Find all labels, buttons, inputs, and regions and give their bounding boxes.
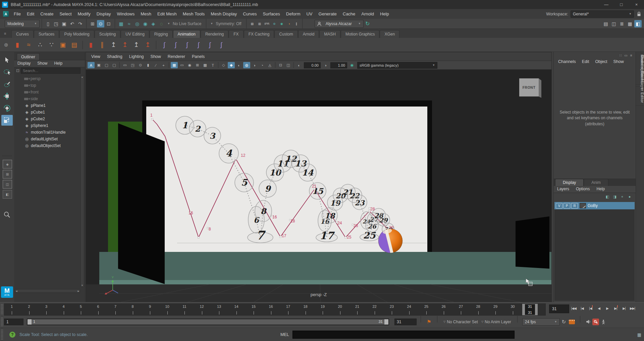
pole-vector-icon[interactable]: ∫ xyxy=(216,40,226,50)
outliner-item[interactable]: motionTrail1Handle xyxy=(14,129,80,136)
outliner-item[interactable]: defaultObjectSet xyxy=(14,142,80,149)
viewport-scene[interactable]: 1234567891011121314151617181920212223242… xyxy=(86,70,551,302)
shelf-tab[interactable]: Rendering xyxy=(201,30,228,38)
sep[interactable] xyxy=(83,41,83,49)
snap-center-icon[interactable]: ◉ xyxy=(142,20,149,27)
menu-item[interactable]: Modify xyxy=(75,11,94,16)
make-live-icon[interactable]: ◌ xyxy=(158,20,165,27)
layer-editor-tab[interactable]: Anim xyxy=(584,179,608,186)
shelf-tab[interactable]: UV Editing xyxy=(121,30,149,38)
sep[interactable] xyxy=(119,62,120,68)
shelf-tab[interactable]: XGen xyxy=(380,30,399,38)
snap-point-icon[interactable]: ◎ xyxy=(133,20,141,27)
menu-item[interactable]: Mesh Display xyxy=(208,11,240,16)
exposure-icon[interactable]: ◐ xyxy=(296,62,303,68)
menu-item[interactable]: Edit xyxy=(24,11,37,16)
aim-constraint-icon[interactable]: ∫ xyxy=(205,40,215,50)
viewport-menu-item[interactable]: Shading xyxy=(104,54,126,59)
menu-item[interactable]: Help xyxy=(377,11,392,16)
trail-keyframe-marker[interactable] xyxy=(345,237,346,238)
toggle-attribute-editor-icon[interactable]: ≣ xyxy=(618,20,626,27)
maya-home-icon[interactable]: A xyxy=(3,11,9,17)
outliner-item[interactable]: front xyxy=(14,89,80,95)
menu-item[interactable]: Arnold xyxy=(358,11,377,16)
breakdown-key-icon[interactable]: ▮ xyxy=(86,40,96,50)
playback-loop-icon[interactable]: ↻ xyxy=(560,319,568,325)
viewport-menu-item[interactable]: View xyxy=(88,54,104,59)
menu-item[interactable]: Windows xyxy=(114,11,138,16)
trail-keyframe-marker[interactable] xyxy=(152,119,153,120)
maximize-button[interactable]: □ xyxy=(614,0,629,9)
set-key-icon[interactable]: ▮ xyxy=(12,40,22,50)
step-forward-key-button[interactable]: ▶| xyxy=(611,304,620,313)
menu-item[interactable]: Mesh Tools xyxy=(180,11,208,16)
close-button[interactable]: × xyxy=(629,0,644,9)
outliner-menu-item[interactable]: Display xyxy=(14,60,34,67)
toggle-tool-settings-icon[interactable]: ▦ xyxy=(626,20,634,27)
viewport-menu-item[interactable]: Lighting xyxy=(126,54,147,59)
select-component-icon[interactable]: ⊡ xyxy=(105,20,112,27)
display-layer-row[interactable]: VPR GoBy xyxy=(554,202,635,209)
shelf-tab[interactable]: Motion Graphics xyxy=(341,30,379,38)
menu-item[interactable]: File xyxy=(11,11,24,16)
menu-set-dropdown[interactable]: Modeling▼ xyxy=(5,20,40,28)
layer-toggle[interactable]: V xyxy=(556,203,562,209)
channel-settings-icon[interactable]: ≡ xyxy=(629,53,634,58)
outliner-menu-item[interactable]: Help xyxy=(51,60,66,67)
animation-preferences-icon[interactable] xyxy=(599,319,607,325)
menu-item[interactable]: Surfaces xyxy=(260,11,283,16)
motion-trail-icon[interactable]: ▤ xyxy=(69,40,79,50)
command-line-language-label[interactable]: MEL xyxy=(280,332,289,337)
shelf-tab[interactable]: FX Caching xyxy=(244,30,274,38)
annotate-icon[interactable]: ∕ xyxy=(152,62,159,68)
outliner-item[interactable]: pCube2 xyxy=(14,116,80,122)
character-set-selector[interactable]: No Character Set xyxy=(445,320,479,324)
current-frame-field[interactable]: 31 xyxy=(549,304,569,313)
grease-pencil-icon[interactable]: ▮ xyxy=(145,62,152,68)
scale-constraint-icon[interactable]: ∫ xyxy=(194,40,204,50)
chevron-down-icon[interactable]: ▼ xyxy=(167,22,170,25)
add-marker-icon[interactable]: + xyxy=(160,62,167,68)
channel-box-menu-item[interactable]: Channels xyxy=(555,59,579,64)
user-account-dropdown[interactable]: Alyssa Alcazar▼ xyxy=(315,20,364,28)
shelf-tab[interactable]: Custom xyxy=(274,30,298,38)
outliner-item[interactable]: defaultLightSet xyxy=(14,136,80,142)
orient-constraint-icon[interactable]: ∫ xyxy=(182,40,192,50)
minimize-button[interactable]: — xyxy=(599,0,614,9)
gear-icon[interactable]: ⊛ xyxy=(4,42,8,48)
toggle-humanik-icon[interactable]: ◫ xyxy=(610,20,618,27)
move-key-right-icon[interactable]: ↥ xyxy=(131,40,142,50)
anim-layer-selector[interactable]: No Anim Layer xyxy=(483,320,513,324)
shelf-tab[interactable]: Sculpting xyxy=(95,30,120,38)
point-constraint-icon[interactable]: ∫ xyxy=(171,40,181,50)
layer-toggle[interactable]: P xyxy=(564,203,570,209)
shadows-icon[interactable]: ◑ xyxy=(251,62,258,68)
camera-attributes-icon[interactable]: ▢ xyxy=(103,62,110,68)
shelf-menu-icon[interactable]: ≡ xyxy=(4,31,6,36)
graph-editor-icon[interactable]: ≈ xyxy=(24,40,34,50)
parent-constraint-icon[interactable]: ∫ xyxy=(159,40,169,50)
viewport-menu-item[interactable]: Panels xyxy=(189,54,208,59)
playblast-film-icon[interactable] xyxy=(568,319,576,325)
isolate-select-icon[interactable]: ⊡ xyxy=(277,62,284,68)
shelf-tab[interactable]: Rigging xyxy=(150,30,173,38)
toggle-modeling-toolkit-icon[interactable]: ▤ xyxy=(602,20,609,27)
range-handle-start[interactable] xyxy=(28,319,32,325)
trail-keyframe-marker[interactable] xyxy=(235,158,237,160)
range-slider[interactable]: 1 31 xyxy=(27,319,389,325)
layout-four-pane-button[interactable]: ⊞ xyxy=(3,170,12,179)
shelf-tab[interactable]: Arnold xyxy=(298,30,319,38)
pin-channel-box-icon[interactable]: ∷ xyxy=(618,53,623,58)
layout-two-pane-button[interactable]: ◫ xyxy=(3,180,12,189)
render-view-icon[interactable]: ▧ xyxy=(249,20,256,27)
gamma-icon[interactable]: ◑ xyxy=(322,62,329,68)
gate-mask-icon[interactable]: ⊞ xyxy=(194,62,201,68)
select-object-icon[interactable]: ⊙ xyxy=(97,20,104,27)
step-back-frame-button[interactable]: |◀ xyxy=(578,304,586,313)
selection-mask-icon[interactable]: A xyxy=(88,62,95,68)
lasso-tool-button[interactable] xyxy=(1,67,13,77)
auto-keyframe-toggle[interactable] xyxy=(592,319,599,325)
layout-single-pane-button[interactable]: ◈ xyxy=(3,160,12,168)
shelf-tab[interactable]: Surfaces xyxy=(34,30,59,38)
grid-icon[interactable]: ▦ xyxy=(171,62,178,68)
